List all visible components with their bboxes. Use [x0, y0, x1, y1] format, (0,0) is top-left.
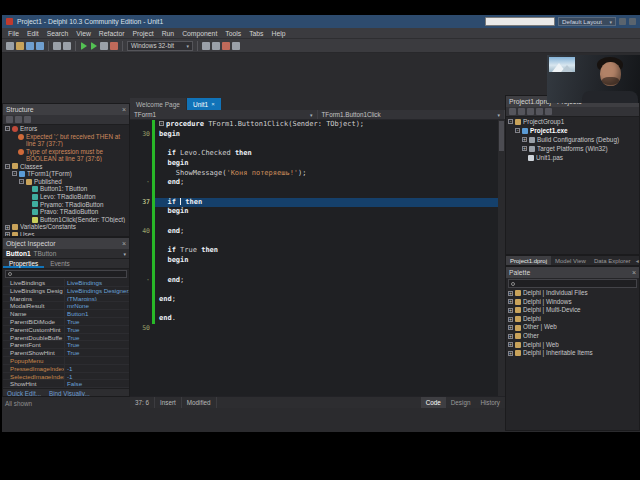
collapse-toggle-icon[interactable]: - — [508, 119, 513, 124]
property-value[interactable] — [65, 357, 129, 364]
desktop-layout-combo[interactable]: Default Layout ▾ — [558, 17, 616, 26]
code-line[interactable]: 50 — [130, 324, 498, 334]
save-layout-icon[interactable] — [619, 18, 626, 25]
new-item-icon[interactable] — [6, 42, 14, 50]
delete-layout-icon[interactable] — [629, 18, 636, 25]
expand-toggle-icon[interactable]: + — [508, 325, 513, 330]
menu-item-file[interactable]: File — [4, 30, 23, 37]
oi-tab-events[interactable]: Events — [44, 259, 76, 268]
palette-category[interactable]: +Delphi | Individual Files — [506, 289, 639, 298]
editor-tab-unit1[interactable]: Unit1× — [187, 98, 221, 110]
close-palette-icon[interactable]: × — [632, 269, 636, 276]
scroll-left-icon[interactable]: ◄ — [635, 258, 640, 264]
expand-toggle-icon[interactable]: + — [508, 308, 513, 313]
code-line[interactable]: end; — [130, 295, 498, 305]
property-row[interactable]: NameButton1 — [3, 310, 129, 318]
code-line[interactable]: -procedure TForm1.Button1Click(Sender: T… — [130, 120, 498, 130]
undo-icon[interactable] — [53, 42, 61, 50]
property-value[interactable]: LiveBindings Designer... — [65, 287, 129, 294]
menu-item-project[interactable]: Project — [129, 30, 158, 37]
property-row[interactable]: ParentFontTrue — [3, 341, 129, 349]
structure-node[interactable]: Button1Click(Sender: TObject) — [3, 216, 129, 224]
menu-item-search[interactable]: Search — [43, 30, 73, 37]
editor-tab-welcome-page[interactable]: Welcome Page — [130, 98, 186, 110]
property-value[interactable]: -1 — [65, 365, 129, 372]
property-value[interactable]: -1 — [65, 373, 129, 380]
oi-tab-properties[interactable]: Properties — [3, 259, 44, 268]
palette-category[interactable]: +Delphi | Inheritable Items — [506, 349, 639, 358]
property-value[interactable]: True — [65, 318, 129, 325]
property-row[interactable]: SelectedImageIndex-1 — [3, 373, 129, 381]
property-row[interactable]: ParentShowHintTrue — [3, 349, 129, 357]
code-line[interactable] — [130, 266, 498, 276]
code-area[interactable]: -procedure TForm1.Button1Click(Sender: T… — [130, 120, 498, 396]
selected-object-combo[interactable]: Button1 TButton ▾ — [3, 249, 129, 259]
structure-node[interactable]: Levo: TRadioButton — [3, 193, 129, 201]
code-line[interactable] — [130, 237, 498, 247]
code-line[interactable]: begin — [130, 159, 498, 169]
menu-item-tabs[interactable]: Tabs — [245, 30, 267, 37]
right-tab-project1-dproj[interactable]: Project1.dproj — [506, 256, 551, 265]
property-row[interactable]: Margins(TMargins) — [3, 295, 129, 303]
footer-link-quick-edit[interactable]: Quick Edit... — [7, 390, 41, 397]
code-line[interactable]: if True then — [130, 246, 498, 256]
code-line[interactable]: end. — [130, 314, 498, 324]
code-line[interactable] — [130, 305, 498, 315]
right-tab-data-explorer[interactable]: Data Explorer — [590, 256, 635, 265]
palette-category[interactable]: +Delphi | Windows — [506, 298, 639, 307]
fold-toggle-icon[interactable]: - — [159, 121, 164, 126]
code-line[interactable]: 37 if then — [130, 198, 498, 208]
property-value[interactable]: (TMargins) — [65, 295, 129, 302]
right-tab-model-view[interactable]: Model View — [551, 256, 590, 265]
collapse-toggle-icon[interactable]: - — [12, 171, 17, 176]
view-tab-design[interactable]: Design — [446, 397, 476, 408]
project-node[interactable]: +Target Platforms (Win32) — [506, 144, 639, 153]
breakpoint-icon[interactable] — [222, 42, 230, 50]
save-all-icon[interactable] — [36, 42, 44, 50]
code-line[interactable] — [130, 217, 498, 227]
property-row[interactable]: ParentDoubleBuffeTrue — [3, 334, 129, 342]
new-project-icon[interactable] — [509, 108, 516, 115]
code-line[interactable]: 30begin — [130, 130, 498, 140]
expand-toggle-icon[interactable]: + — [522, 146, 527, 151]
expand-toggle-icon[interactable]: + — [508, 291, 513, 296]
property-value[interactable]: True — [65, 334, 129, 341]
property-row[interactable]: LiveBindings DesigLiveBindings Designer.… — [3, 287, 129, 295]
project-node[interactable]: -Project1.exe — [506, 126, 639, 135]
palette-category[interactable]: +Other | Web — [506, 323, 639, 332]
editor-scrollbar[interactable] — [498, 120, 505, 396]
close-tab-icon[interactable]: × — [211, 101, 215, 107]
close-structure-icon[interactable]: × — [122, 106, 126, 113]
expand-toggle-icon[interactable]: + — [508, 317, 513, 322]
palette-category[interactable]: +Delphi | Multi-Device — [506, 306, 639, 315]
move-up-icon[interactable] — [6, 116, 13, 123]
save-icon[interactable] — [26, 42, 34, 50]
code-line[interactable]: · end; — [130, 276, 498, 286]
project-node[interactable]: Unit1.pas — [506, 153, 639, 162]
collapse-toggle-icon[interactable]: - — [19, 179, 24, 184]
code-line[interactable] — [130, 139, 498, 149]
expand-toggle-icon[interactable]: + — [508, 351, 513, 356]
redo-icon[interactable] — [63, 42, 71, 50]
collapse-toggle-icon[interactable]: - — [515, 128, 520, 133]
project-node[interactable]: -ProjectGroup1 — [506, 117, 639, 126]
code-line[interactable] — [130, 285, 498, 295]
palette-category[interactable]: +Delphi — [506, 315, 639, 324]
code-line[interactable]: · end; — [130, 178, 498, 188]
expand-toggle-icon[interactable]: + — [522, 137, 527, 142]
view-tab-history[interactable]: History — [475, 397, 505, 408]
options-icon[interactable] — [232, 42, 240, 50]
property-value[interactable]: LiveBindings — [65, 279, 129, 286]
structure-node[interactable]: Pravo: TRadioButton — [3, 208, 129, 216]
collapse-toggle-icon[interactable]: - — [5, 164, 10, 169]
stop-icon[interactable] — [110, 42, 118, 50]
structure-node[interactable]: -Classes — [3, 163, 129, 171]
menu-item-run[interactable]: Run — [158, 30, 178, 37]
pause-icon[interactable] — [100, 42, 108, 50]
run-without-debugging-icon[interactable] — [91, 42, 97, 50]
refresh-icon[interactable] — [536, 108, 543, 115]
code-line[interactable] — [130, 188, 498, 198]
breadcrumb-item[interactable]: TForm1▾ — [130, 110, 318, 119]
property-row[interactable]: PressedImageIndex-1 — [3, 365, 129, 373]
menu-item-edit[interactable]: Edit — [23, 30, 43, 37]
